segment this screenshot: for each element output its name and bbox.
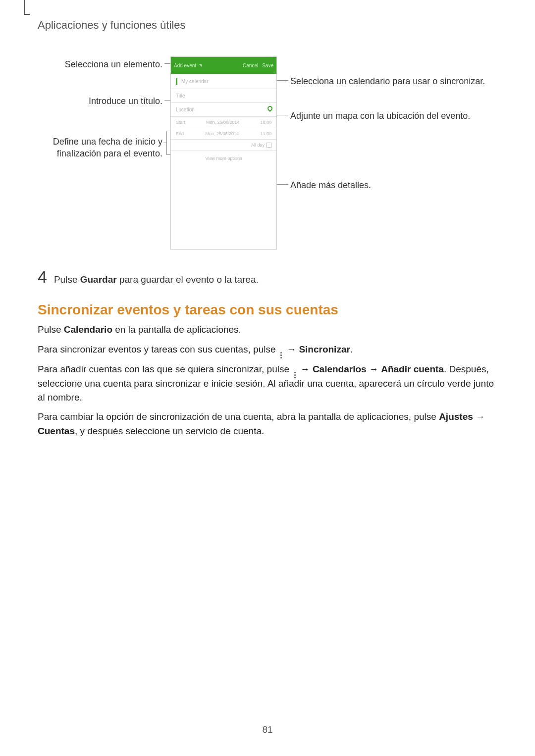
callout-attach-map: Adjunte un mapa con la ubicación del eve… [290, 110, 488, 122]
all-day-row[interactable]: All day [171, 140, 276, 151]
arrow: → [367, 364, 381, 374]
location-placeholder: Location [176, 107, 195, 112]
callout-enter-title: Introduce un título. [38, 95, 162, 107]
annotated-screenshot-diagram: Selecciona un elemento. Introduce un tít… [38, 56, 497, 254]
callout-line [163, 143, 166, 143]
text-bold: Calendario [64, 324, 112, 335]
arrow: → [284, 344, 299, 354]
callout-line [276, 80, 288, 81]
start-time: 10:00 [260, 120, 271, 125]
callout-add-details: Añade más detalles. [290, 179, 488, 191]
add-event-label: Add event [174, 63, 196, 68]
callout-line [166, 131, 167, 154]
paragraph-3: Para añadir cuentas con las que se quier… [38, 362, 497, 405]
title-field[interactable]: Title [171, 89, 276, 103]
start-date: Mon, 25/08/2014 [206, 120, 240, 125]
paragraph-1: Pulse Calendario en la pantalla de aplic… [38, 323, 497, 337]
arrow: → [473, 411, 485, 422]
calendar-color-bar [176, 78, 177, 85]
callout-select-calendar: Selecciona un calendario para usar o sin… [290, 75, 488, 87]
text: , y después seleccione un servicio de cu… [75, 426, 264, 436]
text: . [350, 344, 353, 354]
location-field[interactable]: Location [171, 103, 276, 117]
end-time: 11:00 [260, 131, 271, 136]
save-button[interactable]: Save [262, 63, 273, 68]
end-date-row[interactable]: End Mon, 25/08/2014 11:00 [171, 128, 276, 140]
view-more-options[interactable]: View more options [171, 151, 276, 166]
text: en la pantalla de aplicaciones. [112, 324, 241, 335]
my-calendar-row[interactable]: My calendar [171, 74, 276, 89]
callout-define-dates: Define una fecha de inicio y finalizació… [38, 136, 162, 160]
page-number: 81 [0, 724, 535, 735]
section-heading-sync: Sincronizar eventos y tareas con sus cue… [38, 302, 338, 318]
text-bold: Ajustes [439, 411, 473, 422]
step-4: 4 Pulse Guardar para guardar el evento o… [38, 267, 259, 287]
all-day-checkbox[interactable] [267, 143, 271, 148]
phone-topbar: Add event Cancel Save [171, 57, 276, 74]
text: Pulse [54, 274, 80, 285]
paragraph-4: Para cambiar la opción de sincronización… [38, 410, 497, 438]
title-placeholder: Title [176, 93, 185, 99]
text-bold: Calendarios [313, 364, 367, 374]
end-date: Mon, 25/08/2014 [205, 131, 239, 136]
start-label: Start [176, 120, 185, 125]
text-bold: Añadir cuenta [381, 364, 444, 374]
arrow: → [298, 364, 313, 374]
text: Para añadir cuentas con las que se quier… [38, 364, 292, 374]
step-number: 4 [38, 267, 47, 287]
text: Para cambiar la opción de sincronización… [38, 411, 439, 422]
all-day-label: All day [251, 143, 265, 148]
chapter-title: Aplicaciones y funciones útiles [38, 19, 185, 32]
end-label: End [176, 131, 184, 136]
cancel-button[interactable]: Cancel [243, 63, 258, 68]
step-text: Pulse Guardar para guardar el evento o l… [54, 274, 259, 285]
more-options-icon [278, 352, 284, 353]
more-options-icon [292, 372, 298, 373]
text: Para sincronizar eventos y tareas con su… [38, 344, 278, 354]
my-calendar-label: My calendar [181, 79, 208, 84]
dropdown-triangle-icon [199, 64, 202, 67]
text-bold: Cuentas [38, 426, 75, 436]
text-bold: Sincronizar [299, 344, 350, 354]
phone-screenshot: Add event Cancel Save My calendar Title … [170, 56, 277, 250]
callout-select-item: Selecciona un elemento. [38, 58, 162, 70]
start-date-row[interactable]: Start Mon, 25/08/2014 10:00 [171, 117, 276, 128]
text-bold: Guardar [80, 274, 117, 285]
location-pin-icon[interactable] [267, 105, 273, 112]
text: Pulse [38, 324, 64, 335]
page-corner-mark [24, 0, 30, 15]
paragraph-2: Para sincronizar eventos y tareas con su… [38, 343, 497, 357]
text: . [444, 364, 449, 374]
text: para guardar el evento o la tarea. [117, 274, 259, 285]
